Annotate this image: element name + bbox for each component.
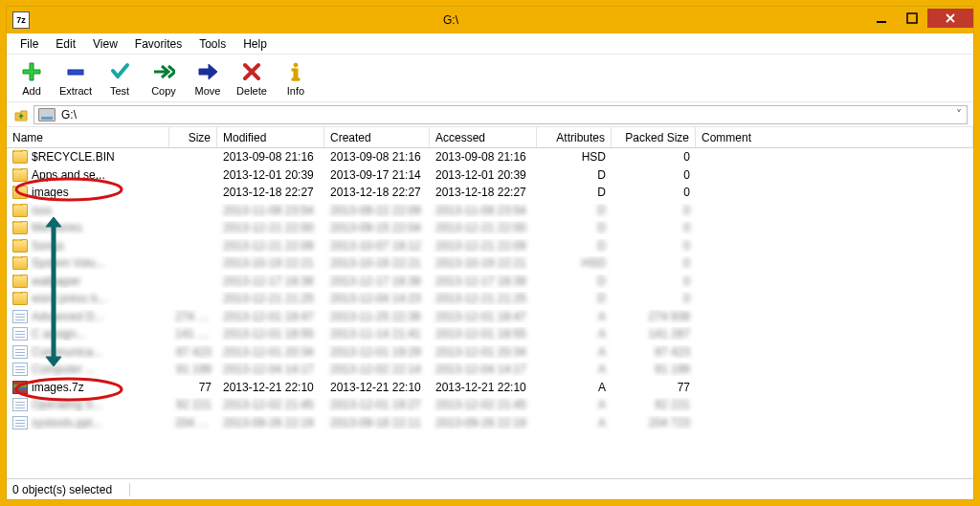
col-packed[interactable]: Packed Size <box>612 127 696 147</box>
add-button[interactable]: Add <box>11 56 53 100</box>
file-name: images <box>32 186 69 199</box>
move-button[interactable]: Move <box>187 56 229 100</box>
file-accessed: 2013-12-01 18:55 <box>430 327 537 341</box>
file-modified: 2013-12-21 22:00 <box>217 221 324 234</box>
col-created[interactable]: Created <box>324 127 430 147</box>
file-modified: 2013-12-01 18:47 <box>217 310 324 323</box>
file-size: 77 <box>169 381 217 394</box>
file-packed: 0 <box>612 150 696 164</box>
list-item[interactable]: Apps and se...2013-12-01 20:392013-09-17… <box>7 166 973 185</box>
minimize-button[interactable] <box>866 9 897 28</box>
file-created: 2013-10-19 22:21 <box>324 256 430 270</box>
col-name[interactable]: Name <box>7 127 169 147</box>
test-label: Test <box>110 85 129 97</box>
file-icon <box>12 416 28 429</box>
list-item[interactable]: isos2013-11-08 23:542013-09-22 22:092013… <box>7 202 973 220</box>
file-modified: 2013-12-21 22:10 <box>217 381 324 394</box>
list-item[interactable]: Advanced D...274 9382013-12-01 18:472013… <box>7 308 973 326</box>
menu-edit[interactable]: Edit <box>48 35 83 53</box>
file-accessed: 2013-12-02 21:45 <box>430 398 537 411</box>
file-modified: 2013-09-26 22:19 <box>217 416 324 429</box>
svg-rect-2 <box>68 70 83 75</box>
list-item[interactable]: images2013-12-18 22:272013-12-18 22:2720… <box>7 184 973 202</box>
file-accessed: 2013-12-18 22:27 <box>430 186 537 199</box>
svg-rect-1 <box>907 13 917 23</box>
file-modified: 2013-12-18 22:27 <box>217 186 324 199</box>
file-list[interactable]: $RECYCLE.BIN2013-09-08 21:162013-09-08 2… <box>7 148 973 478</box>
close-button[interactable] <box>927 9 973 28</box>
menu-tools[interactable]: Tools <box>191 35 234 53</box>
folder-icon <box>12 150 28 164</box>
test-button[interactable]: Test <box>99 56 141 100</box>
file-created: 2013-09-08 21:16 <box>324 150 430 164</box>
file-created: 2013-12-18 22:27 <box>324 186 430 199</box>
list-item[interactable]: $RECYCLE.BIN2013-09-08 21:162013-09-08 2… <box>7 148 973 166</box>
up-folder-icon[interactable] <box>12 106 30 123</box>
list-item[interactable]: Operating S...92 2212013-12-02 21:452013… <box>7 396 973 414</box>
titlebar: 7z G:\ <box>7 7 973 33</box>
copy-button[interactable]: Copy <box>143 56 185 100</box>
status-bar: 0 object(s) selected <box>7 478 973 499</box>
list-item[interactable]: System Volu...2013-10-19 22:212013-10-19… <box>7 254 973 273</box>
file-created: 2013-12-04 14:23 <box>324 292 430 305</box>
file-packed: 0 <box>612 275 696 288</box>
extract-button[interactable]: Extract <box>55 56 97 100</box>
info-button[interactable]: Info <box>275 56 317 100</box>
list-item[interactable]: Songs2013-12-21 22:092013-10-07 18:12201… <box>7 237 973 255</box>
svg-point-3 <box>294 63 298 67</box>
delete-label: Delete <box>236 85 267 97</box>
file-size: 274 938 <box>169 310 217 323</box>
list-item[interactable]: Communica...87 4232013-12-01 20:342013-1… <box>7 343 973 362</box>
file-accessed: 2013-12-21 22:10 <box>430 381 537 394</box>
list-item[interactable]: systools.ppt...204 7232013-09-26 22:1920… <box>7 414 973 432</box>
delete-button[interactable]: Delete <box>231 56 273 100</box>
file-modified: 2013-12-04 14:17 <box>217 363 324 376</box>
file-attributes: D <box>537 275 612 288</box>
file-modified: 2013-12-01 18:55 <box>217 327 324 341</box>
list-item[interactable]: images.7z772013-12-21 22:102013-12-21 22… <box>7 379 973 397</box>
file-name: systools.ppt... <box>32 416 101 429</box>
menu-favorites[interactable]: Favorites <box>127 35 189 53</box>
menu-file[interactable]: File <box>12 35 46 53</box>
menu-help[interactable]: Help <box>235 35 275 53</box>
file-created: 2013-12-02 22:14 <box>324 363 430 376</box>
file-name: isos <box>32 204 52 217</box>
list-item[interactable]: word press b...2013-12-21 21:252013-12-0… <box>7 290 973 308</box>
list-item[interactable]: wallpaper2013-12-17 18:382013-12-17 18:3… <box>7 273 973 291</box>
file-name: Apps and se... <box>32 168 105 182</box>
file-size: 141 267 <box>169 327 217 341</box>
file-packed: 274 938 <box>612 310 696 323</box>
address-input[interactable] <box>59 108 951 121</box>
menu-view[interactable]: View <box>85 35 125 53</box>
file-packed: 0 <box>612 221 696 234</box>
col-comment[interactable]: Comment <box>696 127 973 147</box>
col-attributes[interactable]: Attributes <box>537 127 612 147</box>
app-icon: 7z <box>12 11 30 29</box>
file-attributes: A <box>537 345 612 359</box>
col-accessed[interactable]: Accessed <box>430 127 537 147</box>
folder-icon <box>12 239 28 253</box>
file-name: C assign... <box>32 327 86 341</box>
list-item[interactable]: C assign...141 2672013-12-01 18:552013-1… <box>7 325 973 343</box>
file-modified: 2013-09-08 21:16 <box>217 150 324 164</box>
maximize-button[interactable] <box>897 9 927 28</box>
plus-icon <box>20 60 43 83</box>
file-attributes: D <box>537 239 612 253</box>
status-separator <box>129 483 130 496</box>
file-name: Memories <box>32 221 82 234</box>
chevron-down-icon[interactable]: ˅ <box>951 108 967 121</box>
folder-icon <box>12 275 28 288</box>
folder-icon <box>12 221 28 234</box>
file-packed: 0 <box>612 239 696 253</box>
file-modified: 2013-12-21 21:25 <box>217 292 324 305</box>
column-header: Name Size Modified Created Accessed Attr… <box>7 127 973 148</box>
col-modified[interactable]: Modified <box>217 127 324 147</box>
address-combo[interactable]: ˅ <box>33 105 968 124</box>
list-item[interactable]: Computer ...91 1992013-12-04 14:172013-1… <box>7 361 973 379</box>
file-name: $RECYCLE.BIN <box>32 150 115 164</box>
file-name: Computer ... <box>32 363 95 376</box>
list-item[interactable]: Memories2013-12-21 22:002013-09-15 22:04… <box>7 219 973 237</box>
file-name: Songs <box>32 239 64 253</box>
col-size[interactable]: Size <box>169 127 217 147</box>
info-label: Info <box>287 85 304 97</box>
